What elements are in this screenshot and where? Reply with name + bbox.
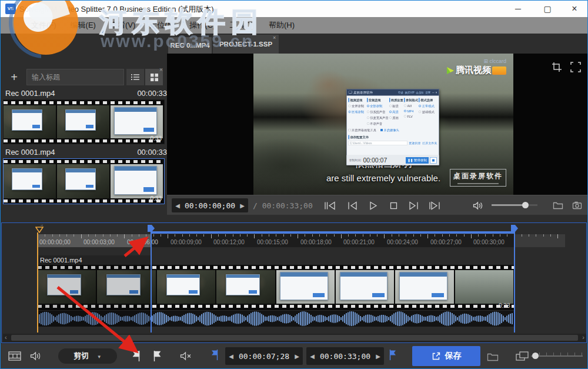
list-view-button[interactable] xyxy=(126,69,144,85)
recorder-title: 桌面录屏软件 xyxy=(353,90,373,95)
ruler-tick xyxy=(203,234,204,237)
tab-project[interactable]: PROJECT-1.SSP xyxy=(213,35,279,54)
option-label: 开启屏幕画笔工具 xyxy=(352,128,376,132)
fragment-start-line[interactable] xyxy=(151,231,152,333)
start-time-increase[interactable]: ▶ xyxy=(291,353,303,360)
play-button[interactable] xyxy=(365,199,382,212)
recorder-titlebar-links: 登录 购买VIP 会员版 设置 xyxy=(398,91,430,95)
ruler-tick xyxy=(196,234,197,237)
mute-fragment-icon[interactable] xyxy=(176,347,196,365)
section-quality: 画质设置 xyxy=(389,98,403,102)
end-time-decrease[interactable]: ◀ xyxy=(306,353,318,360)
ruler-tick xyxy=(290,234,291,237)
zoom-fit-icon[interactable] xyxy=(516,351,530,362)
start-time-decrease[interactable]: ◀ xyxy=(225,353,237,360)
ruler-tick xyxy=(442,234,443,237)
recording-timer: 00:00:07 xyxy=(363,157,387,164)
storyboard-icon[interactable] xyxy=(5,347,24,365)
ruler-tick xyxy=(269,234,269,237)
app-icon: VS xyxy=(5,4,16,14)
scroll-right-icon[interactable]: › xyxy=(582,334,584,341)
crop-icon[interactable] xyxy=(549,59,564,75)
bin-clip-2-header[interactable]: Rec 0001.mp4 00:00:33 xyxy=(5,148,167,157)
export-icon xyxy=(432,352,440,361)
fullscreen-icon[interactable] xyxy=(568,59,583,75)
prev-keyframe-button[interactable] xyxy=(321,199,339,212)
set-left-marker-button[interactable] xyxy=(126,347,145,365)
scroll-left-icon[interactable]: ‹ xyxy=(5,334,7,341)
timeline-clip[interactable]: Rec 0001.mp4 0:33 xyxy=(38,255,514,327)
maximize-button[interactable]: ▢ xyxy=(534,1,560,17)
menu-tools[interactable]: 工具(T) xyxy=(222,17,262,34)
ruler-tick xyxy=(427,234,428,238)
tab-rec-mp4[interactable]: REC 0...MP4 xyxy=(168,37,212,54)
volume-slider-thumb[interactable] xyxy=(522,202,529,208)
mode-dropdown[interactable]: 剪切 ▼ xyxy=(58,348,117,364)
bin-clip-1-header[interactable]: Rec 0001.mp4 00:00:33 xyxy=(5,89,167,98)
volume-slider[interactable] xyxy=(492,204,537,206)
add-media-button[interactable]: + xyxy=(4,69,24,85)
change-folder-link: 更改目录 xyxy=(409,141,421,145)
tab-close-icon[interactable]: × xyxy=(273,35,276,41)
ruler-label: 00:00:06;00 xyxy=(127,239,158,245)
film-sprockets xyxy=(4,200,164,202)
zoom-slider-thumb[interactable] xyxy=(532,353,539,359)
set-right-marker-button[interactable] xyxy=(148,347,166,365)
time-step-back[interactable]: ◀ xyxy=(172,202,183,209)
open-folder-link: 打开文件夹 xyxy=(423,141,437,145)
ruler-label: 00:00:00;00 xyxy=(39,239,71,245)
audio-track-icon[interactable] xyxy=(26,347,45,365)
search-box xyxy=(26,69,124,85)
clip-duration: 00:00:33 xyxy=(137,89,167,98)
recorder-watermark-text: 桌面录屏软件 xyxy=(450,171,506,181)
option-label: 不录声音 xyxy=(370,122,382,126)
scrollbar-thumb[interactable] xyxy=(11,335,578,341)
timeline-clip-end: 0:33 xyxy=(499,302,510,309)
pause-recording-button: ❚❚ 暂停录制 xyxy=(406,157,429,164)
title-bar: VS SolveigMM Video Splitter 7.0 Business… xyxy=(1,1,587,17)
timeline-ruler[interactable]: 00:00:00;00 00:00:03;00 00:00:06;00 00:0… xyxy=(2,234,587,247)
output-folder-icon[interactable] xyxy=(484,348,502,365)
option-label: MP4 xyxy=(407,109,414,113)
snapshot-icon[interactable] xyxy=(569,199,584,212)
save-button[interactable]: 保存 xyxy=(412,346,480,366)
panel-close-icon[interactable]: × xyxy=(159,67,163,73)
minimize-button[interactable]: ─ xyxy=(505,1,531,17)
stop-button[interactable] xyxy=(385,199,402,212)
ruler-tick xyxy=(225,234,226,237)
open-folder-icon[interactable] xyxy=(550,199,566,212)
stop-recording-button xyxy=(430,157,437,164)
recorder-watermark-box: 桌面录屏软件 xyxy=(450,169,506,187)
menu-navigate[interactable]: 定位(N) xyxy=(142,17,182,34)
bin-clip-1-filmstrip[interactable]: 0:33 xyxy=(3,99,165,144)
time-step-forward[interactable]: ▶ xyxy=(236,202,248,209)
timeline-scrollbar[interactable]: ‹ › xyxy=(3,334,586,342)
prev-frame-button[interactable] xyxy=(343,199,361,212)
bin-clip-2-filmstrip[interactable]: 0:33 xyxy=(3,158,165,204)
next-keyframe-button[interactable] xyxy=(426,199,443,212)
ruler-tick xyxy=(283,234,284,237)
ruler-tick xyxy=(211,234,212,238)
ruler-label: 00:00:03;00 xyxy=(83,239,115,245)
volume-icon[interactable] xyxy=(470,199,486,212)
option-label: 仅系统声音 xyxy=(370,110,385,114)
ruler-tick xyxy=(456,234,457,237)
option-label: 游戏模式 xyxy=(422,110,435,114)
menu-help[interactable]: 帮助(H) xyxy=(262,17,302,34)
ruler-label: 00:00:21;00 xyxy=(343,239,375,245)
timeline-zoom-slider[interactable] xyxy=(531,355,583,357)
next-frame-button[interactable] xyxy=(405,199,422,212)
search-input[interactable] xyxy=(27,73,128,81)
fragment-selection-bar[interactable] xyxy=(151,231,514,234)
ruler-tick xyxy=(218,234,219,237)
close-button[interactable]: × xyxy=(562,1,587,17)
menu-view[interactable]: 查看(V) xyxy=(103,17,142,34)
recorder-path-row: C:\Users\...\Videos 更改目录 打开文件夹 xyxy=(347,141,439,145)
menu-edit[interactable]: 编辑(E) xyxy=(64,17,103,34)
menu-file[interactable]: 文件(F) xyxy=(24,17,64,34)
end-time-increase[interactable]: ▶ xyxy=(372,353,384,360)
menu-operations[interactable]: 操作(C) xyxy=(182,17,222,34)
fragment-end-line[interactable] xyxy=(514,231,515,333)
menu-bar: 文件(F) 编辑(E) 查看(V) 定位(N) 操作(C) 工具(T) 帮助(H… xyxy=(1,17,587,34)
playhead-line[interactable] xyxy=(37,232,38,333)
